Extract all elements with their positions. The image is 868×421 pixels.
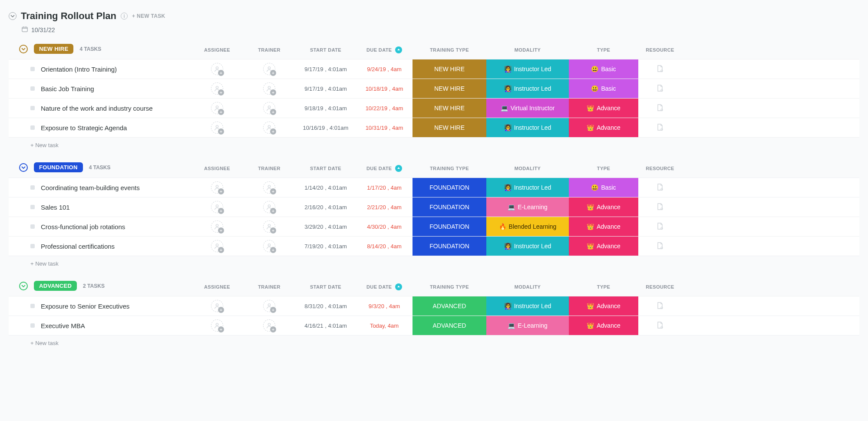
task-name[interactable]: Coordinating team-building events <box>41 184 140 191</box>
task-status-box[interactable] <box>30 224 35 229</box>
due-date[interactable]: 9/24/19 , 4am <box>356 66 413 72</box>
col-resource[interactable]: RESOURCE <box>638 284 682 289</box>
type-tag[interactable]: 👑Advance <box>569 99 638 118</box>
modality-tag[interactable]: 👩‍🏫Instructor Led <box>486 79 569 98</box>
due-date[interactable]: 8/14/20 , 4am <box>356 243 413 250</box>
due-date[interactable]: Today, 4am <box>356 322 413 329</box>
col-modality[interactable]: MODALITY <box>486 47 569 53</box>
type-tag[interactable]: 👑Advance <box>569 197 638 217</box>
start-date[interactable]: 4/16/21 , 4:01am <box>295 322 356 329</box>
task-name[interactable]: Professional certifications <box>41 243 115 250</box>
type-tag[interactable]: 👑Advance <box>569 217 638 236</box>
modality-tag[interactable]: 💻E-Learning <box>486 197 569 217</box>
task-status-box[interactable] <box>30 125 35 130</box>
training-type-tag[interactable]: FOUNDATION <box>413 197 486 217</box>
task-status-box[interactable] <box>30 304 35 308</box>
col-due-date[interactable]: DUE DATE <box>356 283 413 290</box>
training-type-tag[interactable]: FOUNDATION <box>413 237 486 256</box>
document-icon[interactable] <box>656 84 664 93</box>
col-resource[interactable]: RESOURCE <box>638 47 682 53</box>
type-tag[interactable]: 😃Basic <box>569 59 638 79</box>
training-type-tag[interactable]: FOUNDATION <box>413 217 486 236</box>
trainer-picker[interactable]: + <box>263 201 275 213</box>
due-date[interactable]: 9/3/20 , 4am <box>356 303 413 309</box>
start-date[interactable]: 1/14/20 , 4:01am <box>295 184 356 191</box>
document-icon[interactable] <box>656 242 664 251</box>
col-start-date[interactable]: START DATE <box>295 47 356 53</box>
task-status-box[interactable] <box>30 244 35 248</box>
col-trainer[interactable]: TRAINER <box>243 47 295 53</box>
col-due-date[interactable]: DUE DATE <box>356 165 413 172</box>
document-icon[interactable] <box>656 123 664 132</box>
assignee-picker[interactable]: + <box>211 63 223 75</box>
type-tag[interactable]: 👑Advance <box>569 237 638 256</box>
document-icon[interactable] <box>656 104 664 113</box>
assignee-picker[interactable]: + <box>211 300 223 312</box>
modality-tag[interactable]: 👩‍🏫Instructor Led <box>486 178 569 197</box>
assignee-picker[interactable]: + <box>211 240 223 252</box>
col-training-type[interactable]: TRAINING TYPE <box>413 166 486 171</box>
task-row[interactable]: Cross-functional job rotations + + 3/29/… <box>9 217 859 236</box>
due-date[interactable]: 1/17/20 , 4am <box>356 184 413 191</box>
type-tag[interactable]: 👑Advance <box>569 118 638 137</box>
col-trainer[interactable]: TRAINER <box>243 284 295 289</box>
start-date[interactable]: 9/17/19 , 4:01am <box>295 66 356 72</box>
training-type-tag[interactable]: ADVANCED <box>413 316 486 335</box>
assignee-picker[interactable]: + <box>211 181 223 194</box>
modality-tag[interactable]: 🔥Blended Learning <box>486 217 569 236</box>
training-type-tag[interactable]: NEW HIRE <box>413 79 486 98</box>
start-date[interactable]: 10/16/19 , 4:01am <box>295 125 356 131</box>
assignee-picker[interactable]: + <box>211 220 223 233</box>
task-row[interactable]: Executive MBA + + 4/16/21 , 4:01am Today… <box>9 316 859 335</box>
new-task-button[interactable]: + New task <box>9 138 859 150</box>
task-row[interactable]: Sales 101 + + 2/16/20 , 4:01am 2/21/20 ,… <box>9 197 859 217</box>
due-date[interactable]: 4/30/20 , 4am <box>356 224 413 230</box>
new-task-button[interactable]: + New task <box>9 256 859 269</box>
start-date[interactable]: 2/16/20 , 4:01am <box>295 204 356 210</box>
task-row[interactable]: Exposure to Senior Executives + + 8/31/2… <box>9 296 859 316</box>
start-date[interactable]: 8/31/20 , 4:01am <box>295 303 356 309</box>
task-row[interactable]: Professional certifications + + 7/19/20 … <box>9 236 859 256</box>
start-date[interactable]: 9/17/19 , 4:01am <box>295 86 356 92</box>
training-type-tag[interactable]: ADVANCED <box>413 296 486 316</box>
modality-tag[interactable]: 👩‍🏫Instructor Led <box>486 237 569 256</box>
task-status-box[interactable] <box>30 106 35 110</box>
sort-asc-icon[interactable] <box>395 46 402 53</box>
group-chip[interactable]: FOUNDATION <box>34 162 83 172</box>
document-icon[interactable] <box>656 302 664 311</box>
col-type[interactable]: TYPE <box>569 284 638 289</box>
due-date[interactable]: 2/21/20 , 4am <box>356 204 413 210</box>
group-chip[interactable]: ADVANCED <box>34 281 77 291</box>
col-trainer[interactable]: TRAINER <box>243 166 295 171</box>
start-date[interactable]: 9/18/19 , 4:01am <box>295 105 356 112</box>
col-training-type[interactable]: TRAINING TYPE <box>413 284 486 289</box>
col-modality[interactable]: MODALITY <box>486 284 569 289</box>
modality-tag[interactable]: 💻E-Learning <box>486 316 569 335</box>
group-collapse-toggle[interactable] <box>19 163 28 172</box>
col-start-date[interactable]: START DATE <box>295 284 356 289</box>
due-date[interactable]: 10/22/19 , 4am <box>356 105 413 112</box>
task-name[interactable]: Basic Job Training <box>41 85 94 92</box>
info-icon[interactable]: i <box>121 13 128 20</box>
task-name[interactable]: Exposure to Strategic Agenda <box>41 124 127 132</box>
trainer-picker[interactable]: + <box>263 82 275 95</box>
task-name[interactable]: Sales 101 <box>41 204 70 211</box>
due-date[interactable]: 10/31/19 , 4am <box>356 125 413 131</box>
start-date[interactable]: 7/19/20 , 4:01am <box>295 243 356 250</box>
trainer-picker[interactable]: + <box>263 220 275 233</box>
task-row[interactable]: Nature of the work and industry course +… <box>9 98 859 118</box>
col-type[interactable]: TYPE <box>569 47 638 53</box>
document-icon[interactable] <box>656 65 664 74</box>
trainer-picker[interactable]: + <box>263 63 275 75</box>
col-training-type[interactable]: TRAINING TYPE <box>413 47 486 53</box>
group-collapse-toggle[interactable] <box>19 45 28 53</box>
task-status-box[interactable] <box>30 67 35 71</box>
trainer-picker[interactable]: + <box>263 122 275 134</box>
training-type-tag[interactable]: FOUNDATION <box>413 178 486 197</box>
assignee-picker[interactable]: + <box>211 82 223 95</box>
document-icon[interactable] <box>656 222 664 231</box>
type-tag[interactable]: 😃Basic <box>569 178 638 197</box>
modality-tag[interactable]: 💻Virtual Instructor <box>486 99 569 118</box>
col-assignee[interactable]: ASSIGNEE <box>191 47 243 53</box>
task-name[interactable]: Cross-functional job rotations <box>41 223 125 230</box>
